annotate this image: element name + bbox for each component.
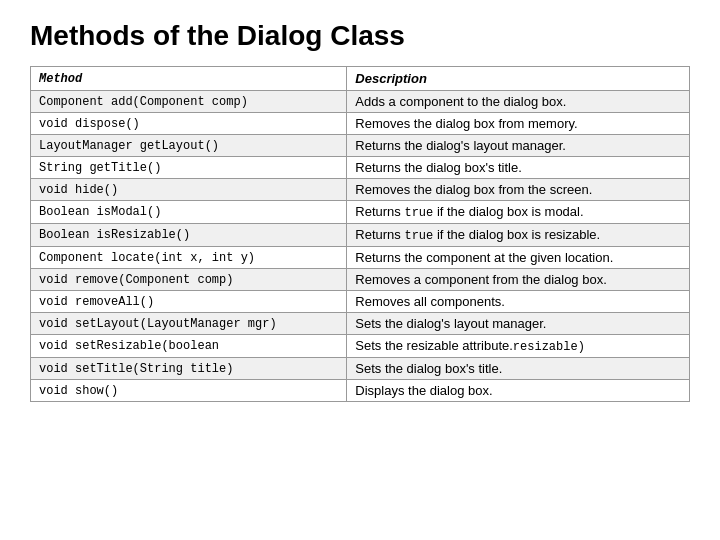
method-cell: LayoutManager getLayout() <box>31 135 347 157</box>
description-cell: Removes the dialog box from the screen. <box>347 179 690 201</box>
method-cell: void dispose() <box>31 113 347 135</box>
table-row: void setTitle(String title)Sets the dial… <box>31 358 690 380</box>
method-cell: String getTitle() <box>31 157 347 179</box>
method-cell: void removeAll() <box>31 291 347 313</box>
description-cell: Sets the resizable attribute.resizable) <box>347 335 690 358</box>
table-row: void removeAll()Removes all components. <box>31 291 690 313</box>
method-cell: void hide() <box>31 179 347 201</box>
table-row: LayoutManager getLayout()Returns the dia… <box>31 135 690 157</box>
description-cell: Sets the dialog box's title. <box>347 358 690 380</box>
method-cell: void show() <box>31 380 347 402</box>
inline-code: resizable) <box>513 340 585 354</box>
table-row: void setResizable(booleanSets the resiza… <box>31 335 690 358</box>
table-row: void hide()Removes the dialog box from t… <box>31 179 690 201</box>
table-row: void setLayout(LayoutManager mgr)Sets th… <box>31 313 690 335</box>
method-cell: Component locate(int x, int y) <box>31 247 347 269</box>
table-row: Component locate(int x, int y)Returns th… <box>31 247 690 269</box>
window: Methods of the Dialog Class Method Descr… <box>0 0 720 540</box>
description-cell: Returns the dialog's layout manager. <box>347 135 690 157</box>
description-cell: Returns true if the dialog box is resiza… <box>347 224 690 247</box>
methods-table: Method Description Component add(Compone… <box>30 66 690 402</box>
description-cell: Adds a component to the dialog box. <box>347 91 690 113</box>
description-cell: Removes all components. <box>347 291 690 313</box>
table-row: Boolean isModal()Returns true if the dia… <box>31 201 690 224</box>
table-row: void remove(Component comp)Removes a com… <box>31 269 690 291</box>
page-title: Methods of the Dialog Class <box>30 20 690 52</box>
description-cell: Removes a component from the dialog box. <box>347 269 690 291</box>
method-cell: void setLayout(LayoutManager mgr) <box>31 313 347 335</box>
table-row: void show()Displays the dialog box. <box>31 380 690 402</box>
description-cell: Returns the component at the given locat… <box>347 247 690 269</box>
inline-code: true <box>404 206 433 220</box>
method-cell: Component add(Component comp) <box>31 91 347 113</box>
method-cell: void setResizable(boolean <box>31 335 347 358</box>
description-cell: Returns true if the dialog box is modal. <box>347 201 690 224</box>
method-cell: void setTitle(String title) <box>31 358 347 380</box>
description-header: Description <box>347 67 690 91</box>
table-row: Boolean isResizable()Returns true if the… <box>31 224 690 247</box>
method-cell: void remove(Component comp) <box>31 269 347 291</box>
inline-code: true <box>404 229 433 243</box>
description-cell: Removes the dialog box from memory. <box>347 113 690 135</box>
table-row: String getTitle()Returns the dialog box'… <box>31 157 690 179</box>
table-row: void dispose()Removes the dialog box fro… <box>31 113 690 135</box>
description-cell: Sets the dialog's layout manager. <box>347 313 690 335</box>
table-header-row: Method Description <box>31 67 690 91</box>
table-row: Component add(Component comp)Adds a comp… <box>31 91 690 113</box>
description-cell: Returns the dialog box's title. <box>347 157 690 179</box>
method-cell: Boolean isResizable() <box>31 224 347 247</box>
method-cell: Boolean isModal() <box>31 201 347 224</box>
method-header: Method <box>31 67 347 91</box>
description-cell: Displays the dialog box. <box>347 380 690 402</box>
